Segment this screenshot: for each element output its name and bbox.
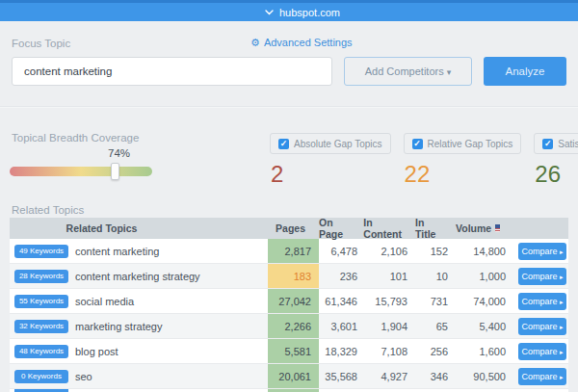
column-header-in-content: In Content [365, 217, 415, 240]
filter-label: Relative Gap Topics [428, 139, 513, 149]
pages-cell: 5,581 [268, 339, 319, 363]
compare-button[interactable]: Compare ▸ [518, 368, 566, 385]
checkbox-checked-icon[interactable]: ✓ [542, 139, 553, 149]
arrow-right-icon: ▸ [560, 374, 564, 380]
compare-cell: Compare ▸ [513, 289, 568, 313]
advanced-settings-link[interactable]: ⚙ Advanced Settings [250, 37, 353, 48]
keywords-badge[interactable]: 0 Keywords [14, 370, 68, 383]
topic-cell: 32 Keywords marketing strategy [10, 314, 268, 338]
caret-down-icon: ▾ [447, 67, 452, 77]
column-header-volume: Volume [456, 222, 513, 234]
compare-button[interactable]: Compare ▸ [518, 318, 566, 335]
site-selector-label: hubspot.com [279, 7, 340, 18]
arrow-right-icon: ▸ [560, 274, 564, 280]
on-page-cell: 236 [319, 264, 365, 288]
table-row: 0 Keywords seo 20,061 35,568 4,927 346 9… [10, 364, 568, 389]
filter-column: ✓ Satisfactory Coverage 26 [534, 133, 578, 188]
advanced-settings-label: Advanced Settings [264, 37, 353, 48]
filter-count: 2 [270, 161, 283, 188]
volume-cell: 1,000 [456, 264, 513, 288]
topic-name: marketing strategy [75, 321, 162, 332]
on-page-cell: 61,346 [319, 289, 365, 313]
pages-cell: 2,817 [268, 239, 319, 263]
checkbox-checked-icon[interactable]: ✓ [412, 139, 423, 149]
chevron-down-icon [265, 10, 274, 15]
in-title-cell: 65 [415, 314, 456, 338]
related-topics-table: Related Topics Pages On Page In Content … [10, 218, 568, 392]
topic-cell: 55 Keywords social media [10, 289, 268, 313]
pages-cell: 183 [268, 264, 319, 288]
coverage-filters: ✓ Absolute Gap Topics 2 ✓ Relative Gap T… [270, 133, 578, 188]
add-competitors-button[interactable]: Add Competitors ▾ [344, 57, 472, 86]
topic-name: content marketing strategy [75, 271, 200, 282]
compare-cell: Compare ▸ [513, 264, 568, 288]
topic-cell: 49 Keywords content marketing [10, 239, 268, 263]
compare-cell: Compare ▸ [513, 364, 568, 388]
on-page-cell: 35,568 [319, 364, 365, 388]
slider-handle[interactable] [111, 163, 119, 180]
top-bar: hubspot.com [0, 0, 578, 21]
volume-cell: 1,600 [456, 339, 513, 363]
table-header-row: Related Topics Pages On Page In Content … [10, 218, 568, 239]
arrow-right-icon: ▸ [560, 248, 564, 255]
topic-name: social media [75, 296, 134, 307]
arrow-right-icon: ▸ [560, 324, 564, 330]
compare-button[interactable]: Compare ▸ [518, 293, 566, 310]
filter-label: Satisfactory Coverage [558, 139, 578, 149]
filter-count: 26 [534, 161, 561, 188]
in-title-cell: 256 [415, 339, 456, 363]
slider-track[interactable] [10, 167, 152, 176]
filter-toggle-button[interactable]: ✓ Satisfactory Coverage [534, 133, 578, 154]
filter-toggle-button[interactable]: ✓ Relative Gap Topics [404, 133, 522, 154]
keywords-badge[interactable]: 48 Keywords [14, 345, 68, 358]
compare-cell: Compare ▸ [513, 239, 568, 263]
topic-cell: 0 Keywords seo [10, 364, 268, 388]
focus-topic-input[interactable] [12, 57, 332, 86]
in-content-cell: 1,904 [365, 314, 415, 338]
arrow-right-icon: ▸ [560, 349, 564, 355]
us-flag-icon [495, 224, 500, 232]
in-title-cell: 731 [415, 289, 456, 313]
slider-value-label: 74% [108, 147, 130, 159]
keywords-badge[interactable]: 28 Keywords [14, 270, 68, 283]
in-title-cell: 346 [415, 364, 456, 388]
in-content-cell: 2,106 [365, 239, 415, 263]
pages-cell: 27,042 [268, 289, 319, 313]
focus-topic-form: Focus Topic ⚙ Advanced Settings Add Comp… [0, 21, 578, 106]
in-title-cell: 10 [415, 264, 456, 288]
keywords-badge[interactable]: 55 Keywords [14, 295, 68, 308]
table-row: 55 Keywords social media 27,042 61,346 1… [10, 289, 568, 314]
checkbox-checked-icon[interactable]: ✓ [278, 139, 289, 149]
topic-cell: 48 Keywords blog post [10, 339, 268, 363]
volume-cell: 5,400 [456, 314, 513, 338]
table-row: 28 Keywords content marketing strategy 1… [10, 264, 568, 289]
on-page-cell: 3,601 [319, 314, 365, 338]
filter-toggle-button[interactable]: ✓ Absolute Gap Topics [270, 133, 391, 154]
analyze-button[interactable]: Analyze [484, 57, 566, 86]
on-page-cell: 18,329 [319, 339, 365, 363]
in-content-cell: 101 [365, 264, 415, 288]
pages-cell: 2,266 [268, 314, 319, 338]
filter-column: ✓ Absolute Gap Topics 2 [270, 133, 391, 188]
topic-name: blog post [75, 346, 118, 357]
volume-cell: 14,800 [456, 239, 513, 263]
topic-name: seo [75, 371, 92, 382]
keywords-badge[interactable]: 32 Keywords [14, 320, 68, 333]
column-header-pages: Pages [268, 222, 319, 234]
in-content-cell: 4,927 [365, 364, 415, 388]
filter-count: 22 [404, 161, 431, 188]
table-row: 49 Keywords content marketing 2,817 6,47… [10, 239, 568, 264]
gear-icon: ⚙ [250, 38, 260, 48]
compare-button[interactable]: Compare ▸ [518, 343, 566, 360]
coverage-slider: 74% [10, 142, 152, 186]
on-page-cell: 6,478 [319, 239, 365, 263]
site-selector-dropdown[interactable]: hubspot.com [265, 7, 340, 18]
compare-button[interactable]: Compare ▸ [518, 268, 566, 285]
in-content-cell: 7,108 [365, 339, 415, 363]
filter-label: Absolute Gap Topics [294, 139, 382, 149]
compare-button[interactable]: Compare ▸ [518, 243, 566, 260]
arrow-right-icon: ▸ [560, 299, 564, 305]
column-header-in-title: In Title [415, 217, 456, 240]
volume-cell: 74,000 [456, 289, 513, 313]
keywords-badge[interactable]: 49 Keywords [14, 245, 68, 258]
